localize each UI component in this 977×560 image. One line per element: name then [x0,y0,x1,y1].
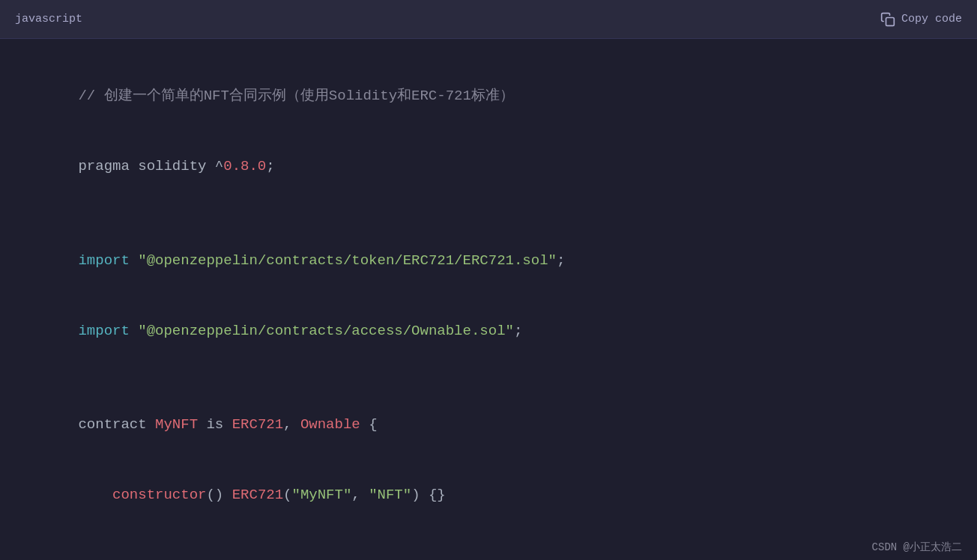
code-line-constructor: constructor() ERC721("MyNFT", "NFT") {} [27,460,950,531]
code-body: // 创建一个简单的NFT合同示例（使用Solidity和ERC-721标准） … [0,39,977,535]
code-container: javascript Copy code // 创建一个简单的NFT合同示例（使… [0,0,977,560]
svg-rect-0 [886,17,894,25]
code-line-blank2 [27,366,950,389]
language-label: javascript [15,13,82,25]
code-header: javascript Copy code [0,0,977,39]
code-line-pragma: pragma solidity ^0.8.0; [27,132,950,202]
copy-button[interactable]: Copy code [880,12,962,27]
attribution-text: CSDN @小正太浩二 [872,541,962,554]
comment-text: // 创建一个简单的NFT合同示例（使用Solidity和ERC-721标准） [78,88,513,104]
code-line-contract: contract MyNFT is ERC721, Ownable { [27,390,950,460]
copy-label: Copy code [901,13,962,25]
copy-icon [880,12,895,27]
code-line-import2: import "@openzeppelin/contracts/access/O… [27,296,950,366]
code-line-import1: import "@openzeppelin/contracts/token/ER… [27,225,950,296]
code-line-blank1 [27,202,950,225]
code-line-comment: // 创建一个简单的NFT合同示例（使用Solidity和ERC-721标准） [27,61,950,132]
footer: CSDN @小正太浩二 [0,535,977,560]
